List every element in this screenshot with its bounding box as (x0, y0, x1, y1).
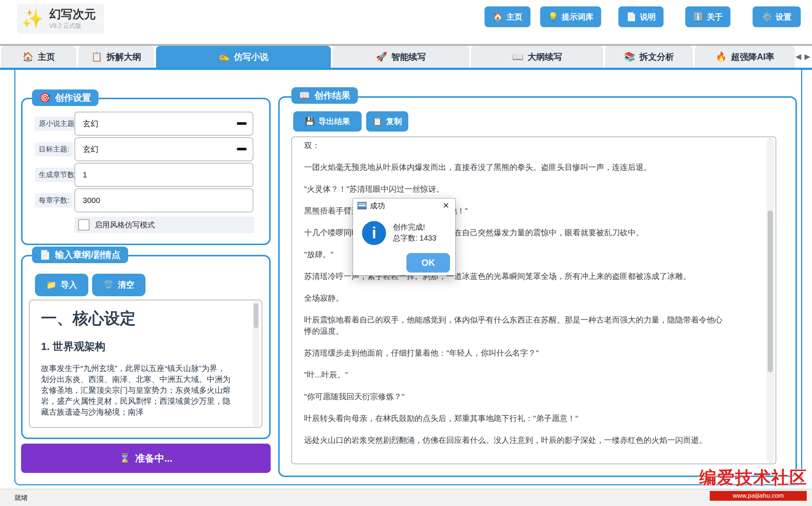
outline-editor[interactable]: 一、核心设定 1. 世界观架构 故事发生于“九州玄境”，此界以五座“镇天山脉”为… (29, 300, 262, 428)
result-paragraph: 一团火焰毫无预兆地从叶辰体内爆发而出，直接吞没了黑熊的拳头。盗匪头目惨叫一声，连… (304, 162, 725, 173)
result-paragraph: 全场寂静。 (304, 292, 725, 304)
copy-button-label: 复制 (386, 116, 402, 127)
result-panel-title: 📖 创作结果 (291, 87, 358, 104)
target-theme-input[interactable]: 玄幻 (74, 137, 253, 161)
tab-scroll-left-icon[interactable]: ◀ (795, 52, 801, 61)
result-paragraph: "火灵体？！"苏清瑶眼中闪过一丝惊讶。 (304, 183, 725, 195)
tab-scroll-right-icon[interactable]: ▶ (804, 52, 810, 61)
target-theme-value: 玄幻 (83, 144, 98, 155)
tab-home[interactable]: 🏠 主页 (1, 46, 76, 68)
export-result-button[interactable]: 💾 导出结果 (293, 111, 362, 132)
clipboard-icon: 📋 (91, 52, 103, 62)
combo-dash-icon (237, 148, 247, 150)
tab-outline-breakdown[interactable]: 📋 拆解大纲 (78, 46, 154, 68)
nav-help-label: 说明 (640, 12, 656, 22)
home-icon: 🏠 (493, 12, 503, 22)
gear-icon: ⚙️ (762, 12, 772, 22)
tab-smart-continue[interactable]: 🚀 智能续写 (333, 46, 469, 68)
tab-imitate-novel[interactable]: ✍️ 仿写小说 (156, 46, 331, 68)
chapter-count-input[interactable]: 1 (74, 163, 253, 187)
outline-panel-title-label: 输入章纲/剧情点 (55, 249, 121, 261)
success-message-line1: 创作完成! (393, 222, 436, 233)
nav-home-button[interactable]: 🏠 主页 (485, 6, 530, 27)
prepare-button[interactable]: ⌛ 准备中... (21, 444, 271, 473)
result-text-area[interactable]: 双： 一团火焰毫无预兆地从叶辰体内爆发而出，直接吞没了黑熊的拳头。盗匪头目惨叫一… (291, 136, 776, 464)
tab-imitate-novel-label: 仿写小说 (234, 51, 268, 63)
words-per-chapter-input[interactable]: 3000 (74, 188, 253, 212)
watermark-url: www.paijiahu.com (710, 491, 807, 501)
style-imitate-checkbox[interactable] (78, 219, 89, 230)
result-scrollbar-thumb[interactable] (768, 211, 773, 372)
words-per-chapter-label: 每章字数: (35, 193, 73, 208)
tab-text-analysis-label: 拆文分析 (639, 51, 674, 63)
outline-heading-1: 一、核心设定 (41, 308, 252, 329)
nav-prompt-library-button[interactable]: 💡 提示词库 (540, 6, 601, 27)
status-text: 就绪 (14, 493, 28, 502)
watermark: 编爱技术社区 www.paijiahu.com (699, 466, 807, 501)
trash-icon: 🗑️ (103, 280, 114, 290)
copy-button[interactable]: 📋 复制 (366, 111, 408, 132)
words-per-chapter-value: 3000 (83, 196, 100, 205)
outline-panel-title: 📄 输入章纲/剧情点 (32, 247, 128, 263)
app-window: ✨ 幻写次元 V8.2 正式版 🏠 主页 💡 提示词库 📄 说明 ℹ️ 关于 ⚙… (0, 0, 812, 506)
tab-outline-continue[interactable]: 📖 大纲续写 (471, 46, 603, 68)
export-result-label: 导出结果 (318, 116, 350, 127)
original-theme-value: 玄幻 (83, 118, 98, 129)
outline-body-text: 故事发生于“九州玄境”，此界以五座“镇天山脉”为界，划分出东炎、西漠、南泽、北寒… (41, 363, 232, 417)
outline-scrollbar-thumb[interactable] (254, 303, 258, 328)
result-paragraph: "叶...叶辰。" (304, 369, 725, 380)
success-dialog-titlebar[interactable]: 成功 ✕ (353, 198, 455, 213)
result-paragraph: 叶辰转头看向母亲，在林氏鼓励的点头后，郑重其事地跪下行礼："弟子愿意！" (304, 413, 725, 424)
tab-reduce-ai-rate[interactable]: 🔥 超强降AI率 (695, 46, 795, 68)
clear-button[interactable]: 🗑️ 清空 (92, 274, 145, 296)
nav-about-button[interactable]: ℹ️ 关于 (685, 6, 730, 27)
rocket-icon: 🚀 (376, 52, 387, 62)
home-icon: 🏠 (23, 52, 34, 62)
original-theme-label: 原小说主题: (35, 117, 80, 131)
document-icon: 📄 (626, 12, 636, 22)
window-icon (358, 202, 367, 209)
clipboard-icon: 📋 (373, 117, 382, 126)
success-dialog: 成功 ✕ i 创作完成! 总字数: 1433 OK (353, 198, 456, 276)
app-title: 幻写次元 (49, 8, 96, 21)
style-imitate-checkbox-label: 启用风格仿写模式 (95, 220, 155, 230)
tab-reduce-ai-rate-label: 超强降AI率 (731, 51, 774, 63)
nav-about-label: 关于 (707, 12, 723, 22)
tab-outline-breakdown-label: 拆解大纲 (106, 51, 141, 63)
target-theme-label: 目标主题: (35, 142, 73, 156)
original-theme-input[interactable]: 玄幻 (74, 112, 253, 136)
combo-dash-icon (237, 122, 247, 125)
target-icon: 🎯 (39, 92, 51, 103)
chapter-count-label: 生成章节数: (35, 168, 80, 182)
books-icon: 📚 (624, 52, 635, 62)
info-icon: ℹ️ (693, 12, 703, 22)
folder-icon: 📁 (46, 280, 56, 290)
import-button[interactable]: 📁 导入 (35, 274, 88, 296)
result-paragraph: 苏清瑶缓步走到他面前，仔细打量着他："年轻人，你叫什么名字？" (304, 347, 725, 359)
status-bar: 就绪 (0, 489, 812, 506)
result-panel-title-label: 创作结果 (314, 89, 350, 102)
result-paragraph: 双： (304, 140, 725, 151)
outline-heading-2: 1. 世界观架构 (41, 339, 252, 354)
writing-hand-icon: ✍️ (218, 52, 230, 62)
nav-home-label: 主页 (506, 12, 522, 22)
success-dialog-message: 创作完成! 总字数: 1433 (393, 222, 436, 244)
import-button-label: 导入 (61, 279, 77, 291)
page-icon: 📄 (39, 250, 51, 260)
tab-text-analysis[interactable]: 📚 拆文分析 (605, 46, 693, 68)
success-dialog-title: 成功 (370, 201, 385, 211)
nav-settings-button[interactable]: ⚙️ 设置 (753, 6, 801, 27)
success-message-line2: 总字数: 1433 (393, 233, 436, 244)
ok-button[interactable]: OK (406, 253, 450, 273)
style-imitate-checkbox-row: 启用风格仿写模式 (74, 217, 254, 233)
close-icon[interactable]: ✕ (441, 200, 451, 211)
result-paragraph: 叶辰震惊地看着自己的双手，他能感觉到，体内似乎有什么东西正在苏醒。那是一种古老而… (304, 314, 725, 337)
settings-panel-title: 🎯 创作设置 (32, 89, 98, 106)
clear-button-label: 清空 (118, 279, 134, 291)
fire-icon: 🔥 (716, 52, 727, 62)
sparkles-icon: ✨ (21, 10, 44, 28)
settings-panel-title-label: 创作设置 (55, 92, 91, 104)
app-version: V8.2 正式版 (49, 22, 96, 30)
nav-help-button[interactable]: 📄 说明 (618, 6, 664, 27)
hourglass-icon: ⌛ (119, 453, 130, 464)
